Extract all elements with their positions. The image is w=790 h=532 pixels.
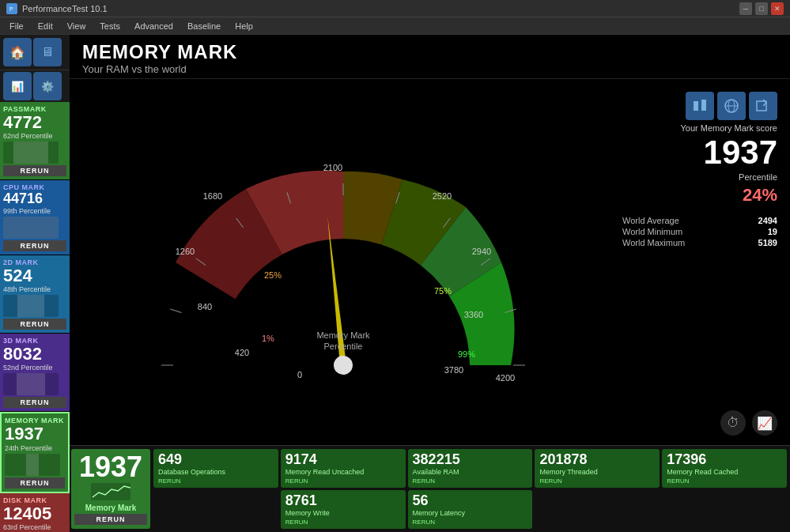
cpu-value: 44716 bbox=[3, 191, 66, 207]
export-icon-button[interactable] bbox=[749, 92, 777, 120]
detail-memory-write-label: Memory Write bbox=[285, 509, 401, 518]
detail-available-ram-value: 382215 bbox=[413, 452, 528, 466]
svg-text:3780: 3780 bbox=[444, 365, 463, 375]
svg-text:2100: 2100 bbox=[323, 163, 342, 172]
detail-available-ram-rerun[interactable]: RERUN bbox=[413, 477, 528, 485]
menu-help[interactable]: Help bbox=[229, 20, 259, 32]
detail-database-value: 649 bbox=[158, 452, 274, 466]
globe-icon-button[interactable] bbox=[717, 92, 746, 120]
sidebar: 🏠 🖥 📊 ⚙️ PASSMARK 4772 62nd Percentile R… bbox=[0, 35, 70, 532]
window-controls[interactable]: ─ □ ✕ bbox=[739, 2, 784, 15]
sidebar-memory[interactable]: MEMORY MARK 1937 24th Percentile RERUN bbox=[0, 412, 70, 492]
passmark-rerun-button[interactable]: RERUN bbox=[3, 165, 66, 176]
memory-mark-rerun-button[interactable]: RERUN bbox=[74, 514, 147, 525]
memory-mark-tile: 1937 Memory Mark RERUN bbox=[71, 449, 150, 529]
threed-value: 8032 bbox=[3, 345, 66, 364]
svg-text:75%: 75% bbox=[434, 286, 452, 296]
svg-text:2520: 2520 bbox=[432, 191, 451, 201]
minimize-button[interactable]: ─ bbox=[739, 2, 752, 15]
menu-tests[interactable]: Tests bbox=[93, 20, 127, 32]
memory-image bbox=[5, 454, 60, 476]
threed-percentile: 52nd Percentile bbox=[3, 364, 66, 372]
svg-text:3360: 3360 bbox=[463, 310, 482, 319]
sidebar-cpu[interactable]: CPU MARK 44716 99th Percentile RERUN bbox=[0, 180, 70, 255]
memory-mark-number: 1937 bbox=[79, 453, 142, 481]
twod-value: 524 bbox=[3, 266, 66, 285]
detail-memory-latency-rerun[interactable]: RERUN bbox=[413, 519, 528, 526]
passmark-value: 4772 bbox=[3, 113, 66, 132]
svg-text:P: P bbox=[9, 6, 13, 12]
close-button[interactable]: ✕ bbox=[771, 2, 784, 15]
detail-tile-memory-latency: 56 Memory Latency RERUN bbox=[408, 490, 533, 529]
svg-text:840: 840 bbox=[197, 302, 211, 311]
home-icon[interactable]: 🏠 bbox=[3, 38, 32, 66]
memory-mark-label: Memory Mark bbox=[85, 504, 136, 512]
svg-rect-39 bbox=[757, 101, 766, 111]
bottom-panel: 1937 Memory Mark RERUN 649 Database Oper… bbox=[70, 445, 790, 532]
detail-memory-write-rerun[interactable]: RERUN bbox=[285, 519, 401, 526]
detail-memory-threaded-rerun[interactable]: RERUN bbox=[539, 477, 655, 485]
cpu-rerun-button[interactable]: RERUN bbox=[3, 240, 66, 251]
page-header: MEMORY MARK Your RAM vs the world bbox=[70, 35, 790, 79]
svg-text:2940: 2940 bbox=[471, 247, 490, 256]
detail-grid: 649 Database Operations RERUN 9174 Memor… bbox=[153, 449, 787, 529]
menu-edit[interactable]: Edit bbox=[32, 20, 59, 32]
sidebar-2d[interactable]: 2D MARK 524 48th Percentile RERUN bbox=[0, 255, 70, 334]
toolbar-icons: 🏠 🖥 bbox=[0, 35, 70, 70]
svg-text:25%: 25% bbox=[264, 270, 282, 280]
world-maximum-row: World Maximum 5189 bbox=[622, 237, 777, 248]
world-maximum-value: 5189 bbox=[758, 238, 777, 247]
passmark-percentile: 62nd Percentile bbox=[3, 132, 66, 140]
detail-tile-read-cached: 17396 Memory Read Cached RERUN bbox=[662, 449, 787, 488]
menu-baseline[interactable]: Baseline bbox=[181, 20, 227, 32]
detail-read-uncached-rerun[interactable]: RERUN bbox=[285, 477, 401, 485]
detail-tile-database: 649 Database Operations RERUN bbox=[153, 449, 278, 488]
disk-value: 12405 bbox=[3, 504, 66, 523]
gauge-container: 0 420 840 1260 1680 2100 2520 2940 bbox=[73, 82, 613, 442]
menu-advanced[interactable]: Advanced bbox=[128, 20, 180, 32]
menu-file[interactable]: File bbox=[3, 20, 30, 32]
bar-chart-icon-button[interactable]: 📈 bbox=[752, 410, 777, 436]
monitor-icon[interactable]: 🖥 bbox=[33, 38, 62, 66]
sidebar-passmark[interactable]: PASSMARK 4772 62nd Percentile RERUN bbox=[0, 102, 70, 180]
sidebar-3d[interactable]: 3D MARK 8032 52nd Percentile RERUN bbox=[0, 334, 70, 412]
speedometer-icon-button[interactable]: ⏱ bbox=[720, 410, 746, 436]
detail-read-cached-value: 17396 bbox=[667, 452, 782, 466]
detail-memory-write-value: 8761 bbox=[285, 493, 401, 507]
twod-image bbox=[3, 295, 59, 317]
threed-image bbox=[3, 373, 59, 395]
maximize-button[interactable]: □ bbox=[755, 2, 768, 15]
twod-rerun-button[interactable]: RERUN bbox=[3, 319, 66, 330]
chart-icon[interactable]: 📊 bbox=[3, 72, 32, 100]
title-bar: P PerformanceTest 10.1 ─ □ ✕ bbox=[0, 0, 790, 17]
detail-memory-latency-label: Memory Latency bbox=[413, 509, 528, 518]
svg-text:Percentile: Percentile bbox=[323, 341, 362, 351]
stats-panel: Your Memory Mark score 1937 Percentile 2… bbox=[613, 82, 787, 442]
sidebar-disk[interactable]: DISK MARK 12405 63rd Percentile RERUN bbox=[0, 493, 70, 532]
world-average-value: 2494 bbox=[758, 216, 777, 225]
threed-rerun-button[interactable]: RERUN bbox=[3, 397, 66, 408]
window-title: PerformanceTest 10.1 bbox=[22, 4, 108, 13]
svg-text:1%: 1% bbox=[262, 334, 274, 343]
compare-icon-button[interactable] bbox=[686, 92, 714, 120]
detail-read-cached-label: Memory Read Cached bbox=[667, 468, 782, 477]
page-title: MEMORY MARK bbox=[82, 41, 777, 63]
cpu-percentile: 99th Percentile bbox=[3, 207, 66, 215]
detail-memory-threaded-value: 201878 bbox=[539, 452, 655, 466]
svg-text:420: 420 bbox=[234, 348, 248, 357]
memory-percentile: 24th Percentile bbox=[5, 444, 65, 452]
memory-rerun-button[interactable]: RERUN bbox=[5, 477, 65, 489]
content-area: MEMORY MARK Your RAM vs the world bbox=[70, 35, 790, 532]
detail-database-rerun[interactable]: RERUN bbox=[158, 477, 274, 485]
detail-tile-read-uncached: 9174 Memory Read Uncached RERUN bbox=[281, 449, 406, 488]
main-container: 🏠 🖥 📊 ⚙️ PASSMARK 4772 62nd Percentile R… bbox=[0, 35, 790, 532]
menu-view[interactable]: View bbox=[61, 20, 93, 32]
detail-available-ram-label: Available RAM bbox=[413, 468, 528, 477]
svg-text:Memory Mark: Memory Mark bbox=[316, 330, 370, 340]
memory-mark-chart-icon bbox=[91, 483, 130, 500]
score-value: 1937 bbox=[622, 136, 777, 169]
stats-bottom-icons: ⏱ 📈 bbox=[622, 404, 777, 436]
gear-icon[interactable]: ⚙️ bbox=[33, 72, 62, 100]
detail-tile-memory-write: 8761 Memory Write RERUN bbox=[281, 490, 406, 529]
detail-read-cached-rerun[interactable]: RERUN bbox=[667, 477, 782, 485]
